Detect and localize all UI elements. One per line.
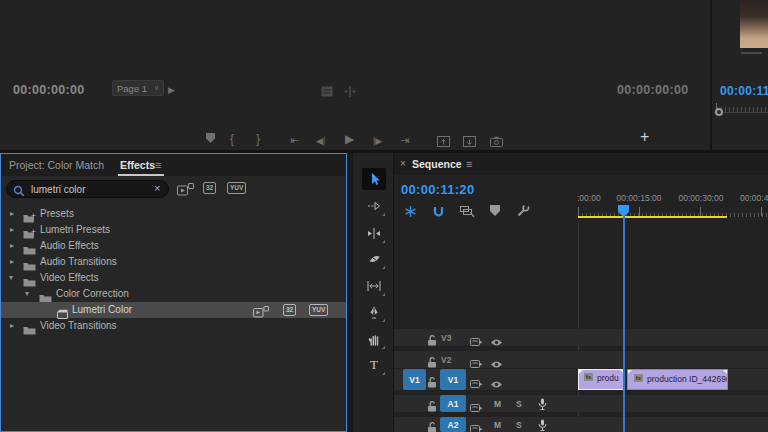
chevron-right-icon[interactable]: ▸ <box>10 222 14 238</box>
tree-row-lumetri-presets[interactable]: ▸ Lumetri Presets <box>1 222 346 238</box>
sync-lock-icon[interactable] <box>470 375 483 393</box>
clip-label: production ID_442690 <box>647 374 728 384</box>
panel-menu-icon[interactable]: ≡ <box>466 153 472 175</box>
tab-project[interactable]: Project: Color Match <box>9 154 104 176</box>
sync-lock-icon[interactable] <box>470 333 483 351</box>
track-a2: A2 M S <box>394 417 768 432</box>
clip-in-handle[interactable] <box>579 370 583 374</box>
chevron-right-icon[interactable]: ▸ <box>10 206 14 222</box>
chevron-right-icon[interactable]: ▸ <box>10 254 14 270</box>
close-panel-icon[interactable]: × <box>400 153 406 175</box>
tree-row-video-effects[interactable]: ▾ Video Effects <box>1 270 346 286</box>
type-tool[interactable]: T <box>362 354 386 376</box>
ruler-label: 00:00:30:00 <box>671 193 731 203</box>
lock-icon[interactable] <box>427 398 437 416</box>
export-frame-camera-icon[interactable] <box>490 133 503 151</box>
tree-label: Audio Transitions <box>40 254 117 270</box>
hand-tool[interactable] <box>362 328 386 350</box>
sync-lock-icon[interactable] <box>470 420 483 432</box>
lock-icon[interactable] <box>427 419 437 432</box>
voiceover-mic-icon[interactable] <box>538 418 547 432</box>
chevron-right-icon[interactable]: ▸ <box>10 318 14 334</box>
yuv-badge[interactable]: YUV <box>227 182 246 194</box>
clip-in-handle[interactable] <box>628 370 632 374</box>
play-button[interactable]: ▶ <box>345 131 354 147</box>
nest-sequence-icon[interactable] <box>404 204 417 222</box>
chevron-down-icon[interactable]: ▾ <box>25 286 29 302</box>
mark-in-button[interactable]: { <box>230 131 234 147</box>
track-target-a2[interactable]: A2 <box>440 417 466 432</box>
selection-tool[interactable] <box>362 168 386 190</box>
lock-icon[interactable] <box>427 332 437 350</box>
eye-toggle-icon[interactable] <box>490 333 503 351</box>
solo-button[interactable]: S <box>516 399 522 409</box>
page-selector-value: Page 1 <box>117 83 147 94</box>
thirty-two-bit-badge[interactable]: 32 <box>203 182 216 194</box>
add-button[interactable]: + <box>640 128 649 146</box>
chevron-right-icon[interactable]: ▸ <box>10 238 14 254</box>
track-label-v2[interactable]: V2 <box>441 355 451 365</box>
mini-zoom-ruler[interactable] <box>716 103 768 112</box>
tree-row-lumetri-color-selected[interactable]: Lumetri Color 32 YUV <box>1 302 346 318</box>
yuv-badge: YUV <box>309 304 328 316</box>
slip-tool[interactable] <box>362 275 386 297</box>
clip[interactable]: fx production ID_442690 <box>627 369 728 390</box>
tree-row-audio-transitions[interactable]: ▸ Audio Transitions <box>1 254 346 270</box>
mark-out-button[interactable]: } <box>256 131 260 147</box>
clip-out-handle[interactable] <box>723 370 727 374</box>
tree-row-audio-effects[interactable]: ▸ Audio Effects <box>1 238 346 254</box>
fx-badge: fx <box>634 374 643 382</box>
track-target-a1[interactable]: A1 <box>440 395 466 412</box>
source-timecode[interactable]: 00:00:11 <box>720 84 768 98</box>
extract-icon[interactable] <box>463 133 476 151</box>
comparison-view-icon[interactable] <box>343 83 357 101</box>
step-forward-button[interactable]: |▶ <box>373 133 382 149</box>
tree-row-video-transitions[interactable]: ▸ Video Transitions <box>1 318 346 334</box>
track-label-v3[interactable]: V3 <box>441 333 451 343</box>
source-patch-v1[interactable]: V1 <box>403 369 426 390</box>
track-select-forward-tool[interactable] <box>362 195 386 217</box>
chevron-down-icon[interactable]: ▾ <box>9 270 13 286</box>
voiceover-mic-icon[interactable] <box>538 397 547 415</box>
linked-selection-icon[interactable] <box>460 204 475 222</box>
goto-in-button[interactable]: ⇤ <box>290 132 299 148</box>
sync-lock-icon[interactable] <box>470 399 483 417</box>
clear-search-icon[interactable]: × <box>154 182 160 194</box>
razor-tool[interactable] <box>362 248 386 270</box>
add-marker-icon[interactable] <box>490 205 500 216</box>
timeline-settings-wrench-icon[interactable] <box>516 204 530 222</box>
tree-row-color-correction[interactable]: ▾ Color Correction <box>1 286 346 302</box>
search-input[interactable] <box>29 182 148 197</box>
tab-sequence[interactable]: Sequence <box>412 153 462 175</box>
mute-button[interactable]: M <box>494 399 501 409</box>
snap-magnet-icon[interactable] <box>432 204 445 222</box>
panel-menu-icon[interactable]: ≡ <box>155 154 161 176</box>
ruler-label: 00:00:15:00 <box>609 193 669 203</box>
program-timecode[interactable]: 00:00:00:00 <box>13 83 84 97</box>
lift-icon[interactable] <box>437 133 450 151</box>
effects-search-box[interactable]: × <box>6 180 169 198</box>
mute-button[interactable]: M <box>494 420 501 430</box>
ripple-edit-tool[interactable] <box>362 222 386 244</box>
goto-out-button[interactable]: ⇥ <box>400 132 409 148</box>
add-marker-icon[interactable] <box>206 133 215 143</box>
step-back-button[interactable]: ◀| <box>316 133 325 149</box>
page-selector-dropdown[interactable]: Page 1 ∨ <box>112 80 164 96</box>
accelerated-effects-badge[interactable] <box>177 182 194 200</box>
tree-label: Color Correction <box>56 286 129 302</box>
zoom-scrollbar-knob[interactable] <box>715 108 723 116</box>
tab-effects[interactable]: Effects <box>120 154 155 176</box>
play-page-button[interactable]: ▶ <box>168 82 175 98</box>
eye-toggle-icon[interactable] <box>490 375 503 393</box>
lock-icon[interactable] <box>427 374 437 392</box>
sequence-timecode[interactable]: 00:00:11:20 <box>401 182 474 197</box>
tree-row-presets[interactable]: ▸ Presets <box>1 206 346 222</box>
playhead-line[interactable] <box>623 207 625 432</box>
track-target-v1[interactable]: V1 <box>440 369 466 390</box>
settings-icon[interactable] <box>321 83 333 101</box>
solo-button[interactable]: S <box>516 420 522 430</box>
clip-selected[interactable]: fx produ <box>578 369 625 390</box>
sequence-panel: × Sequence ≡ 00:00:11:20 :00:00 00:00:15… <box>394 153 768 432</box>
ruler-label: 00:00:45 <box>740 193 768 203</box>
pen-tool[interactable] <box>362 301 386 323</box>
